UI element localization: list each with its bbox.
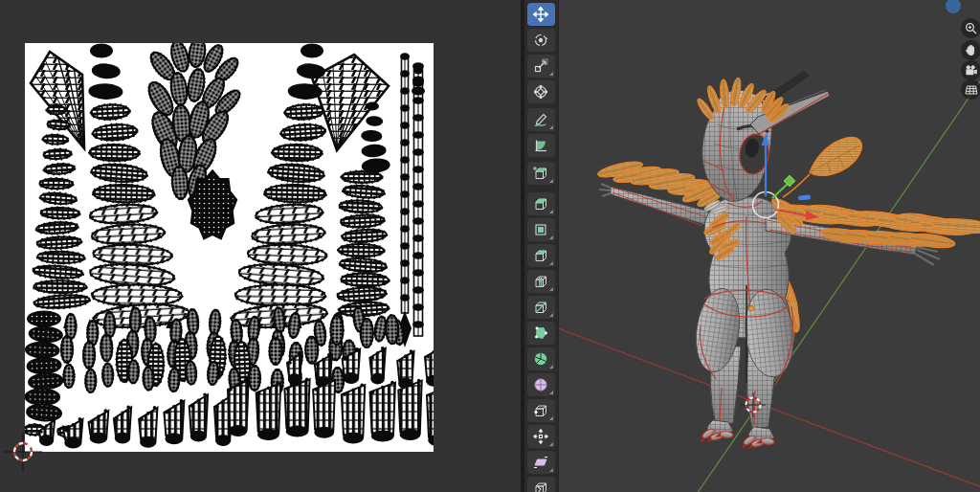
tool-subindicator xyxy=(549,416,553,420)
rotate-icon xyxy=(533,33,548,48)
nav-grid-button[interactable] xyxy=(961,79,980,100)
tool-subindicator xyxy=(549,261,553,265)
tool-knife[interactable] xyxy=(527,296,555,319)
uv-islands xyxy=(25,43,434,452)
loop-cut-icon xyxy=(533,274,548,289)
grid-icon xyxy=(964,82,978,97)
bevel-icon xyxy=(533,248,548,263)
uv-canvas-image[interactable] xyxy=(25,43,434,452)
tool-move[interactable] xyxy=(527,3,555,26)
pan-icon xyxy=(964,43,978,57)
tool-shear[interactable] xyxy=(527,451,555,474)
tool-subindicator xyxy=(549,365,553,369)
viewport-scene xyxy=(559,0,980,492)
edge-slide-icon xyxy=(533,403,548,418)
knife-icon xyxy=(533,300,548,315)
viewport-nav-gizmos xyxy=(921,0,980,124)
tool-subindicator xyxy=(549,468,553,472)
nav-axis-gizmo[interactable] xyxy=(946,0,961,13)
nav-zoom-button[interactable] xyxy=(961,18,980,38)
tool-extrude[interactable] xyxy=(527,192,555,215)
uv-editor-pane[interactable] xyxy=(0,0,521,492)
tool-measure[interactable] xyxy=(527,134,555,157)
tool-poly-build[interactable] xyxy=(527,322,555,345)
tool-shrink-fatten[interactable] xyxy=(527,425,555,448)
move-icon xyxy=(533,7,548,22)
tool-subindicator xyxy=(549,313,553,317)
tool-transform[interactable] xyxy=(527,80,555,103)
viewport-3d[interactable] xyxy=(559,0,980,492)
scale-icon xyxy=(533,58,548,74)
tool-inset[interactable] xyxy=(527,218,555,241)
tool-subindicator xyxy=(549,287,553,291)
tool-spin[interactable] xyxy=(527,347,555,370)
uv-2d-cursor xyxy=(4,433,42,471)
nav-pan-button[interactable] xyxy=(961,40,980,60)
poly-build-icon xyxy=(533,325,548,341)
shrink-fatten-icon xyxy=(533,429,548,444)
tool-edge-slide[interactable] xyxy=(527,399,555,422)
rip-region-icon xyxy=(533,481,548,492)
blender-app xyxy=(0,0,980,492)
tool-subindicator xyxy=(549,235,553,239)
tool-rip-region[interactable] xyxy=(527,477,555,492)
measure-icon xyxy=(533,138,548,153)
tool-add-cube[interactable] xyxy=(527,162,555,185)
camera-icon xyxy=(964,63,978,78)
tool-rotate[interactable] xyxy=(527,29,555,52)
tool-annotate[interactable] xyxy=(527,108,555,131)
spin-icon xyxy=(533,351,548,367)
zoom-icon xyxy=(964,21,978,35)
shear-icon xyxy=(533,455,548,470)
transform-icon xyxy=(533,84,548,100)
add-cube-icon xyxy=(533,166,548,181)
tool-subindicator xyxy=(549,442,553,446)
nav-camera-button[interactable] xyxy=(961,60,980,80)
tool-subindicator xyxy=(549,391,553,394)
tool-subindicator xyxy=(549,210,553,213)
annotate-icon xyxy=(533,112,548,127)
smooth-icon xyxy=(533,377,548,392)
tool-subindicator xyxy=(549,179,553,183)
tool-shelf xyxy=(524,0,559,492)
tool-bevel[interactable] xyxy=(527,244,555,267)
inset-icon xyxy=(533,222,548,237)
tool-smooth[interactable] xyxy=(527,373,555,396)
tool-loop-cut[interactable] xyxy=(527,270,555,293)
tool-scale[interactable] xyxy=(527,55,555,78)
extrude-icon xyxy=(533,196,548,212)
tool-subindicator xyxy=(549,72,553,76)
tool-subindicator xyxy=(549,125,553,129)
